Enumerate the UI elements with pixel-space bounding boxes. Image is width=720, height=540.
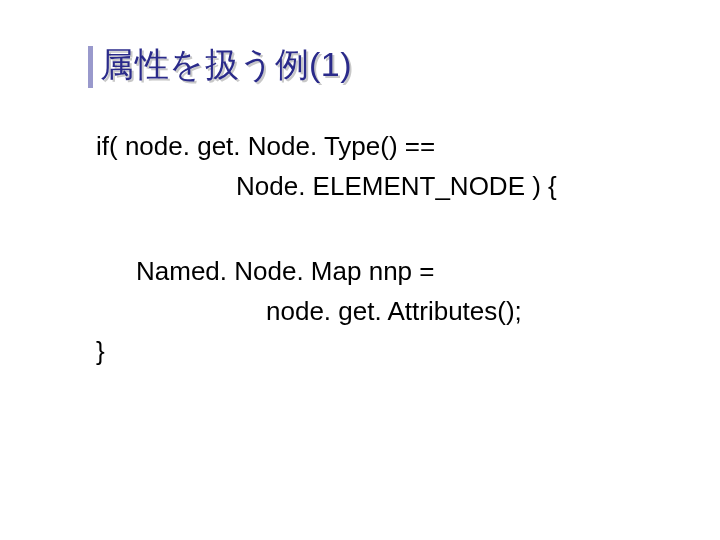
slide-title-block: 属性を扱う例(1) 属性を扱う例(1) [100, 42, 352, 88]
title-accent-bar [88, 46, 93, 88]
code-line-5: } [96, 331, 656, 371]
code-line-2: Node. ELEMENT_NODE ) { [96, 166, 656, 206]
code-body: if( node. get. Node. Type() == Node. ELE… [96, 126, 656, 371]
code-blank-line [96, 207, 656, 251]
slide: 属性を扱う例(1) 属性を扱う例(1) if( node. get. Node.… [0, 0, 720, 540]
code-line-4: node. get. Attributes(); [96, 291, 656, 331]
code-line-3: Named. Node. Map nnp = [96, 251, 656, 291]
slide-title: 属性を扱う例(1) [100, 42, 352, 88]
code-line-1: if( node. get. Node. Type() == [96, 126, 656, 166]
